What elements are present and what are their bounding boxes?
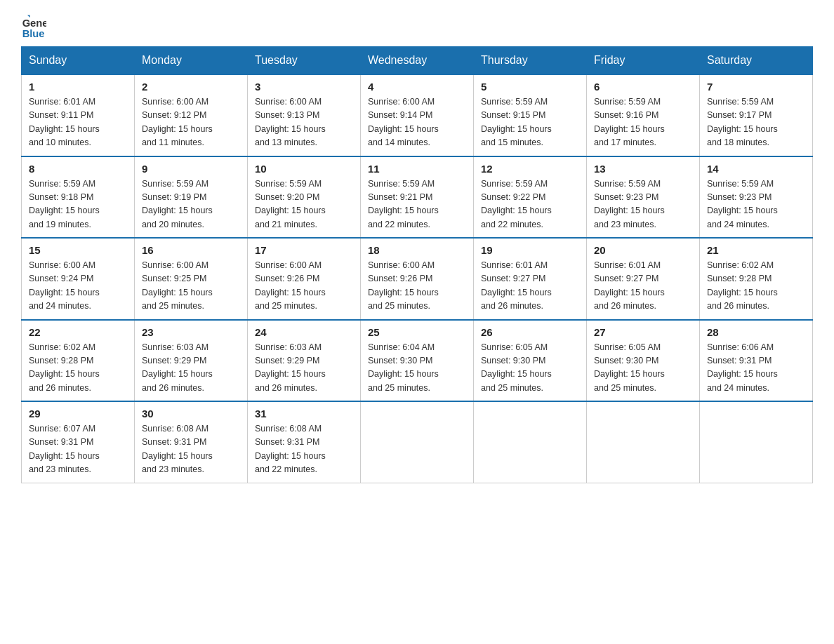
calendar-cell: 2 Sunrise: 6:00 AM Sunset: 9:12 PM Dayli… [135, 74, 248, 156]
page-header: General Blue [21, 14, 813, 39]
day-header-tuesday: Tuesday [248, 47, 361, 75]
day-info: Sunrise: 6:00 AM Sunset: 9:12 PM Dayligh… [142, 95, 240, 150]
logo-icon: General Blue [21, 14, 46, 39]
calendar-cell: 10 Sunrise: 5:59 AM Sunset: 9:20 PM Dayl… [248, 156, 361, 239]
day-number: 1 [29, 81, 127, 93]
day-info: Sunrise: 6:06 AM Sunset: 9:31 PM Dayligh… [707, 341, 805, 396]
day-number: 6 [594, 81, 692, 93]
calendar-cell [587, 401, 700, 483]
day-number: 30 [142, 408, 240, 420]
day-number: 18 [368, 244, 466, 256]
calendar-cell [700, 401, 813, 483]
calendar-cell: 17 Sunrise: 6:00 AM Sunset: 9:26 PM Dayl… [248, 238, 361, 320]
day-info: Sunrise: 5:59 AM Sunset: 9:20 PM Dayligh… [255, 177, 353, 232]
day-info: Sunrise: 5:59 AM Sunset: 9:17 PM Dayligh… [707, 95, 805, 150]
day-number: 28 [707, 326, 805, 338]
day-info: Sunrise: 6:02 AM Sunset: 9:28 PM Dayligh… [29, 341, 127, 396]
day-number: 4 [368, 81, 466, 93]
day-header-wednesday: Wednesday [361, 47, 474, 75]
calendar-cell: 9 Sunrise: 5:59 AM Sunset: 9:19 PM Dayli… [135, 156, 248, 239]
day-info: Sunrise: 6:05 AM Sunset: 9:30 PM Dayligh… [594, 341, 692, 396]
day-header-monday: Monday [135, 47, 248, 75]
calendar-cell: 24 Sunrise: 6:03 AM Sunset: 9:29 PM Dayl… [248, 320, 361, 402]
day-info: Sunrise: 5:59 AM Sunset: 9:22 PM Dayligh… [481, 177, 579, 232]
day-info: Sunrise: 5:59 AM Sunset: 9:18 PM Dayligh… [29, 177, 127, 232]
calendar-cell: 19 Sunrise: 6:01 AM Sunset: 9:27 PM Dayl… [474, 238, 587, 320]
day-info: Sunrise: 6:07 AM Sunset: 9:31 PM Dayligh… [29, 422, 127, 477]
day-info: Sunrise: 5:59 AM Sunset: 9:15 PM Dayligh… [481, 95, 579, 150]
calendar-cell: 1 Sunrise: 6:01 AM Sunset: 9:11 PM Dayli… [22, 74, 135, 156]
day-number: 14 [707, 163, 805, 175]
day-number: 16 [142, 244, 240, 256]
calendar-header: SundayMondayTuesdayWednesdayThursdayFrid… [22, 47, 813, 75]
calendar-cell: 15 Sunrise: 6:00 AM Sunset: 9:24 PM Dayl… [22, 238, 135, 320]
day-info: Sunrise: 6:00 AM Sunset: 9:13 PM Dayligh… [255, 95, 353, 150]
logo: General Blue [21, 14, 51, 39]
week-row-4: 22 Sunrise: 6:02 AM Sunset: 9:28 PM Dayl… [22, 320, 813, 402]
day-info: Sunrise: 6:03 AM Sunset: 9:29 PM Dayligh… [255, 341, 353, 396]
day-info: Sunrise: 6:02 AM Sunset: 9:28 PM Dayligh… [707, 259, 805, 314]
day-header-saturday: Saturday [700, 47, 813, 75]
day-number: 9 [142, 163, 240, 175]
calendar-cell: 16 Sunrise: 6:00 AM Sunset: 9:25 PM Dayl… [135, 238, 248, 320]
calendar-cell: 11 Sunrise: 5:59 AM Sunset: 9:21 PM Dayl… [361, 156, 474, 239]
calendar-cell: 21 Sunrise: 6:02 AM Sunset: 9:28 PM Dayl… [700, 238, 813, 320]
day-number: 23 [142, 326, 240, 338]
calendar-cell: 23 Sunrise: 6:03 AM Sunset: 9:29 PM Dayl… [135, 320, 248, 402]
calendar-cell: 27 Sunrise: 6:05 AM Sunset: 9:30 PM Dayl… [587, 320, 700, 402]
calendar-cell: 13 Sunrise: 5:59 AM Sunset: 9:23 PM Dayl… [587, 156, 700, 239]
day-info: Sunrise: 6:00 AM Sunset: 9:24 PM Dayligh… [29, 259, 127, 314]
calendar-table: SundayMondayTuesdayWednesdayThursdayFrid… [21, 46, 813, 483]
day-number: 27 [594, 326, 692, 338]
week-row-2: 8 Sunrise: 5:59 AM Sunset: 9:18 PM Dayli… [22, 156, 813, 239]
day-number: 13 [594, 163, 692, 175]
day-number: 3 [255, 81, 353, 93]
day-info: Sunrise: 6:01 AM Sunset: 9:27 PM Dayligh… [594, 259, 692, 314]
day-info: Sunrise: 6:00 AM Sunset: 9:14 PM Dayligh… [368, 95, 466, 150]
calendar-cell: 26 Sunrise: 6:05 AM Sunset: 9:30 PM Dayl… [474, 320, 587, 402]
day-info: Sunrise: 5:59 AM Sunset: 9:19 PM Dayligh… [142, 177, 240, 232]
day-number: 5 [481, 81, 579, 93]
day-number: 20 [594, 244, 692, 256]
day-header-friday: Friday [587, 47, 700, 75]
day-number: 17 [255, 244, 353, 256]
day-info: Sunrise: 6:08 AM Sunset: 9:31 PM Dayligh… [255, 422, 353, 477]
day-number: 29 [29, 408, 127, 420]
calendar-cell: 29 Sunrise: 6:07 AM Sunset: 9:31 PM Dayl… [22, 401, 135, 483]
day-info: Sunrise: 5:59 AM Sunset: 9:23 PM Dayligh… [707, 177, 805, 232]
calendar-cell: 25 Sunrise: 6:04 AM Sunset: 9:30 PM Dayl… [361, 320, 474, 402]
day-number: 2 [142, 81, 240, 93]
calendar-cell [361, 401, 474, 483]
calendar-cell: 30 Sunrise: 6:08 AM Sunset: 9:31 PM Dayl… [135, 401, 248, 483]
day-number: 19 [481, 244, 579, 256]
calendar-cell: 4 Sunrise: 6:00 AM Sunset: 9:14 PM Dayli… [361, 74, 474, 156]
calendar-cell: 12 Sunrise: 5:59 AM Sunset: 9:22 PM Dayl… [474, 156, 587, 239]
header-row: SundayMondayTuesdayWednesdayThursdayFrid… [22, 47, 813, 75]
day-number: 25 [368, 326, 466, 338]
day-header-thursday: Thursday [474, 47, 587, 75]
calendar-cell: 14 Sunrise: 5:59 AM Sunset: 9:23 PM Dayl… [700, 156, 813, 239]
day-number: 10 [255, 163, 353, 175]
week-row-1: 1 Sunrise: 6:01 AM Sunset: 9:11 PM Dayli… [22, 74, 813, 156]
day-info: Sunrise: 6:05 AM Sunset: 9:30 PM Dayligh… [481, 341, 579, 396]
day-info: Sunrise: 5:59 AM Sunset: 9:16 PM Dayligh… [594, 95, 692, 150]
calendar-cell: 28 Sunrise: 6:06 AM Sunset: 9:31 PM Dayl… [700, 320, 813, 402]
day-number: 7 [707, 81, 805, 93]
calendar-cell [474, 401, 587, 483]
calendar-cell: 31 Sunrise: 6:08 AM Sunset: 9:31 PM Dayl… [248, 401, 361, 483]
day-number: 31 [255, 408, 353, 420]
day-number: 15 [29, 244, 127, 256]
day-number: 26 [481, 326, 579, 338]
day-number: 11 [368, 163, 466, 175]
week-row-3: 15 Sunrise: 6:00 AM Sunset: 9:24 PM Dayl… [22, 238, 813, 320]
day-info: Sunrise: 6:00 AM Sunset: 9:26 PM Dayligh… [368, 259, 466, 314]
day-info: Sunrise: 6:04 AM Sunset: 9:30 PM Dayligh… [368, 341, 466, 396]
calendar-cell: 3 Sunrise: 6:00 AM Sunset: 9:13 PM Dayli… [248, 74, 361, 156]
day-info: Sunrise: 5:59 AM Sunset: 9:21 PM Dayligh… [368, 177, 466, 232]
svg-text:Blue: Blue [22, 28, 45, 39]
week-row-5: 29 Sunrise: 6:07 AM Sunset: 9:31 PM Dayl… [22, 401, 813, 483]
day-info: Sunrise: 6:03 AM Sunset: 9:29 PM Dayligh… [142, 341, 240, 396]
day-info: Sunrise: 5:59 AM Sunset: 9:23 PM Dayligh… [594, 177, 692, 232]
calendar-cell: 20 Sunrise: 6:01 AM Sunset: 9:27 PM Dayl… [587, 238, 700, 320]
calendar-cell: 18 Sunrise: 6:00 AM Sunset: 9:26 PM Dayl… [361, 238, 474, 320]
